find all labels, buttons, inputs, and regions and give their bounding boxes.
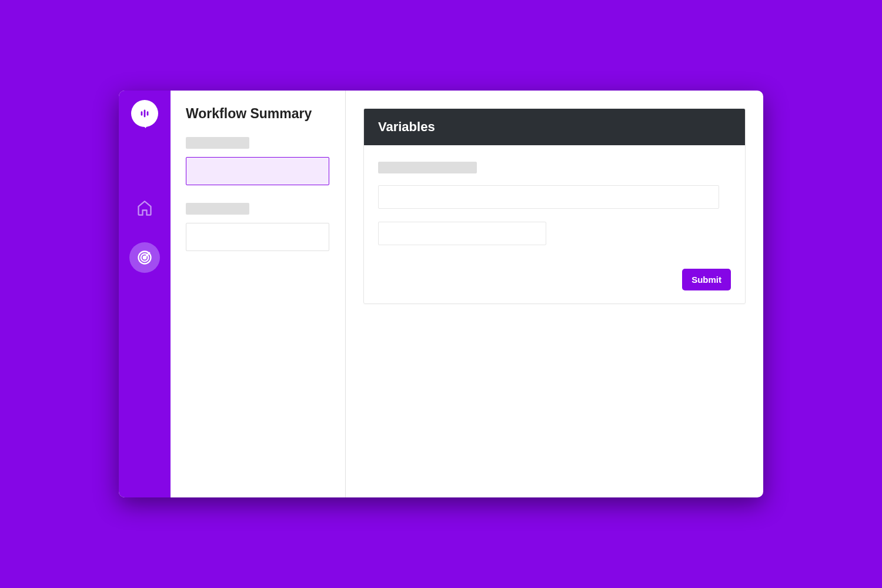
app-window: Workflow Summary Variables Submit — [119, 91, 763, 497]
variables-input-2[interactable] — [378, 222, 546, 245]
nav-rail — [119, 91, 171, 497]
summary-input-2[interactable] — [186, 223, 329, 251]
main-panel: Variables Submit — [346, 91, 763, 497]
summary-section-label — [186, 203, 249, 215]
variables-input-1[interactable] — [378, 185, 719, 209]
app-logo[interactable] — [131, 100, 158, 127]
variables-header: Variables — [364, 109, 745, 145]
svg-rect-2 — [147, 111, 149, 115]
variables-body: Submit — [364, 145, 745, 303]
variables-actions: Submit — [378, 269, 731, 290]
variables-field-label — [378, 162, 477, 173]
svg-rect-0 — [141, 111, 143, 115]
svg-rect-1 — [144, 110, 146, 118]
workflow-summary-panel: Workflow Summary — [171, 91, 346, 497]
summary-section-label — [186, 137, 249, 149]
home-icon — [136, 200, 153, 216]
workflow-summary-title: Workflow Summary — [186, 106, 330, 122]
submit-button[interactable]: Submit — [682, 269, 731, 290]
voice-bubble-icon — [138, 107, 151, 120]
summary-input-1[interactable] — [186, 157, 329, 185]
nav-item-radar[interactable] — [129, 242, 160, 273]
variables-card: Variables Submit — [363, 108, 746, 304]
nav-item-home[interactable] — [129, 193, 160, 223]
radar-icon — [136, 249, 153, 266]
